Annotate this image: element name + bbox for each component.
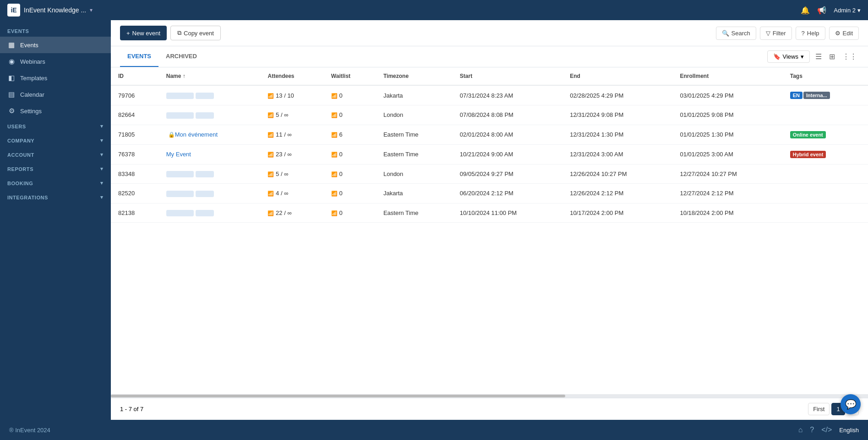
templates-icon: ◧ (7, 74, 16, 82)
megaphone-icon[interactable]: 📢 (817, 6, 826, 15)
cell-waitlist: 📶 0 (324, 105, 376, 125)
cell-tags: Hybrid event (783, 144, 868, 164)
new-event-button[interactable]: + New event (120, 26, 167, 40)
cell-end: 12/26/2024 2:12 PM (562, 184, 672, 204)
admin-label: Admin 2 (834, 7, 856, 14)
table-row[interactable]: 82664📶 5 / ∞📶 0London07/08/2024 8:08 PM1… (111, 105, 868, 125)
cell-end: 12/26/2024 10:27 PM (562, 164, 672, 184)
tab-archived[interactable]: ARCHIVED (158, 46, 204, 67)
first-page-button[interactable]: First (808, 403, 830, 415)
cell-timezone: London (376, 164, 453, 184)
cell-waitlist: 📶 0 (324, 184, 376, 204)
col-header-name[interactable]: Name ↑ (159, 67, 261, 85)
cell-id: 76378 (111, 144, 159, 164)
cell-end: 12/31/2024 3:00 AM (562, 144, 672, 164)
col-header-attendees[interactable]: Attendees (260, 67, 323, 85)
sidebar-group-account[interactable]: ACCOUNT ▾ (0, 148, 111, 162)
sidebar-group-integrations[interactable]: INTEGRATIONS ▾ (0, 190, 111, 204)
col-header-end[interactable]: End (562, 67, 672, 85)
sidebar-item-settings[interactable]: ⚙ Settings (0, 103, 111, 119)
table-row[interactable]: 71805🔒Mon événement📶 11 / ∞📶 6Eastern Ti… (111, 125, 868, 144)
question-icon[interactable]: ? (810, 426, 814, 434)
sidebar-item-calendar[interactable]: ▤ Calendar (0, 86, 111, 103)
copy-icon: ⧉ (177, 29, 181, 37)
cell-tags (783, 203, 868, 223)
col-header-enrollment[interactable]: Enrollment (672, 67, 782, 85)
cell-id: 82520 (111, 184, 159, 204)
tag-badge: Hybrid event (790, 151, 826, 158)
cell-enrollment: 03/01/2025 4:29 PM (672, 85, 782, 105)
cell-id: 83348 (111, 164, 159, 184)
cell-name (159, 203, 261, 223)
cell-id: 71805 (111, 125, 159, 144)
cell-attendees: 📶 5 / ∞ (260, 164, 323, 184)
cell-waitlist: 📶 6 (324, 125, 376, 144)
cell-timezone: Jakarta (376, 184, 453, 204)
tag-badge: Online event (790, 131, 826, 138)
sidebar-group-booking[interactable]: BOOKING ▾ (0, 176, 111, 190)
sidebar-group-reports[interactable]: REPORTS ▾ (0, 162, 111, 176)
admin-menu[interactable]: Admin 2 ▾ (834, 7, 861, 14)
tabs-bar: EVENTS ARCHIVED 🔖 Views ▾ ☰ ⊞ ⋮⋮ (111, 46, 868, 67)
admin-chevron-icon: ▾ (857, 7, 861, 14)
copy-event-button[interactable]: ⧉ Copy event (170, 26, 221, 40)
sidebar-item-templates[interactable]: ◧ Templates (0, 70, 111, 86)
table-row[interactable]: 82520📶 4 / ∞📶 0Jakarta06/20/2024 2:12 PM… (111, 184, 868, 204)
scrollbar-thumb[interactable] (111, 395, 565, 397)
column-view-button[interactable]: ⋮⋮ (841, 51, 859, 62)
pagination-info: 1 - 7 of 7 (120, 406, 143, 412)
table-row[interactable]: 83348📶 5 / ∞📶 0London09/05/2024 9:27 PM1… (111, 164, 868, 184)
cell-timezone: Eastern Time (376, 203, 453, 223)
language-selector[interactable]: English (839, 427, 859, 434)
sidebar-group-users[interactable]: USERS ▾ (0, 119, 111, 133)
cell-attendees: 📶 11 / ∞ (260, 125, 323, 144)
help-icon: ? (802, 30, 805, 37)
chat-bubble-button[interactable]: 💬 (841, 394, 861, 414)
cell-attendees: 📶 5 / ∞ (260, 105, 323, 125)
table-row[interactable]: 76378My Event📶 23 / ∞📶 0Eastern Time10/2… (111, 144, 868, 164)
cell-timezone: Jakarta (376, 85, 453, 105)
main-layout: EVENTS ▦ Events ◉ Webinars ◧ Templates ▤… (0, 20, 868, 420)
bookmark-icon: 🔖 (773, 53, 781, 60)
sidebar-item-webinars[interactable]: ◉ Webinars (0, 53, 111, 70)
cell-timezone: Eastern Time (376, 144, 453, 164)
grid-view-button[interactable]: ⊞ (827, 51, 837, 62)
col-header-id[interactable]: ID (111, 67, 159, 85)
search-button[interactable]: 🔍 Search (716, 27, 756, 40)
event-name-link[interactable]: Mon événement (175, 131, 218, 138)
list-view-button[interactable]: ☰ (813, 51, 824, 62)
table-row[interactable]: 82138📶 22 / ∞📶 0Eastern Time10/10/2024 1… (111, 203, 868, 223)
chevron-down-icon: ▾ (100, 123, 104, 129)
sidebar-events-label: EVENTS (0, 20, 111, 37)
cell-tags (783, 105, 868, 125)
filter-button[interactable]: ▽ Filter (760, 27, 792, 40)
events-icon: ▦ (7, 41, 16, 49)
sidebar-item-events[interactable]: ▦ Events (0, 37, 111, 53)
col-header-timezone[interactable]: Timezone (376, 67, 453, 85)
views-button[interactable]: 🔖 Views ▾ (767, 50, 810, 63)
home-icon[interactable]: ⌂ (798, 426, 803, 434)
horizontal-scrollbar[interactable] (111, 394, 868, 398)
sidebar-group-company[interactable]: COMPANY ▾ (0, 133, 111, 148)
notifications-icon[interactable]: 🔔 (801, 6, 810, 15)
table-row[interactable]: 79706📶 13 / 10📶 0Jakarta07/31/2024 8:23 … (111, 85, 868, 105)
topbar-left: iE InEvent Knowledge ... ▾ (7, 4, 93, 16)
event-name-link[interactable]: My Event (166, 151, 191, 158)
code-icon[interactable]: </> (821, 426, 832, 434)
col-header-start[interactable]: Start (453, 67, 562, 85)
tab-events[interactable]: EVENTS (120, 46, 158, 67)
cell-enrollment: 01/01/2025 1:30 PM (672, 125, 782, 144)
topbar-chevron-icon[interactable]: ▾ (90, 7, 93, 13)
chevron-down-icon: ▾ (100, 138, 104, 143)
cell-waitlist: 📶 0 (324, 144, 376, 164)
col-header-waitlist[interactable]: Waitlist (324, 67, 376, 85)
calendar-icon: ▤ (7, 90, 16, 99)
help-button[interactable]: ? Help (796, 27, 825, 40)
gear-icon: ⚙ (835, 30, 841, 37)
cell-timezone: Eastern Time (376, 125, 453, 144)
edit-button[interactable]: ⚙ Edit (829, 27, 859, 40)
cell-waitlist: 📶 0 (324, 164, 376, 184)
content-area: + New event ⧉ Copy event 🔍 Search ▽ Filt… (111, 20, 868, 420)
col-header-tags[interactable]: Tags (783, 67, 868, 85)
sidebar-item-webinars-label: Webinars (20, 58, 45, 65)
